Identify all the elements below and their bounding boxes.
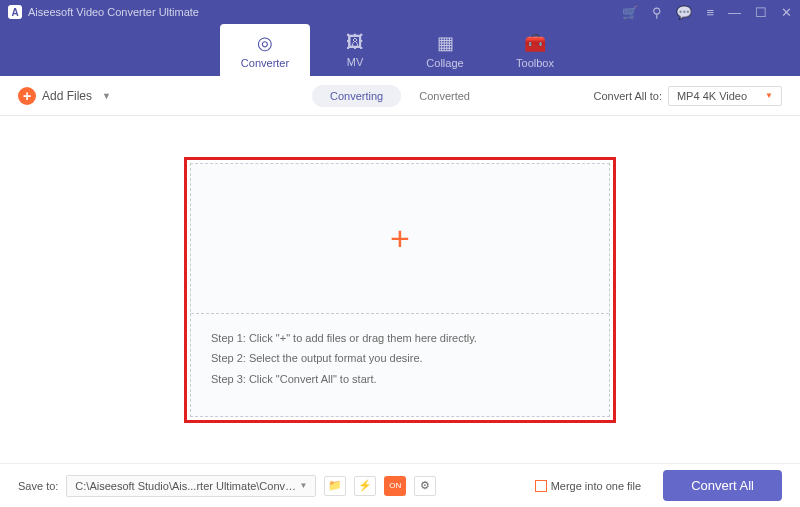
main-stage: + Step 1: Click "+" to add files or drag… bbox=[0, 116, 800, 463]
step-2: Step 2: Select the output format you des… bbox=[211, 348, 589, 369]
tab-label: Collage bbox=[426, 57, 463, 69]
cart-icon[interactable]: 🛒 bbox=[622, 5, 638, 20]
checkbox-icon bbox=[535, 480, 547, 492]
tab-toolbox[interactable]: 🧰 Toolbox bbox=[490, 24, 580, 76]
maximize-icon[interactable]: ☐ bbox=[755, 5, 767, 20]
chevron-down-icon: ▼ bbox=[102, 91, 111, 101]
convert-all-to: Convert All to: MP4 4K Video ▼ bbox=[593, 86, 782, 106]
tab-label: MV bbox=[347, 56, 364, 68]
save-path-value: C:\Aiseesoft Studio\Ais...rter Ultimate\… bbox=[75, 480, 299, 492]
convert-all-label: Convert All to: bbox=[593, 90, 661, 102]
folder-icon: 📁 bbox=[328, 479, 342, 492]
lightning-icon: ⚡ bbox=[358, 479, 372, 492]
hw-accel-button[interactable]: ⚡ bbox=[354, 476, 376, 496]
save-to-label: Save to: bbox=[18, 480, 58, 492]
subtab-converting[interactable]: Converting bbox=[312, 85, 401, 107]
dropzone-add-area[interactable]: + bbox=[191, 164, 609, 314]
chevron-down-icon: ▼ bbox=[299, 481, 307, 490]
sub-tabs: Converting Converted bbox=[312, 85, 488, 107]
format-value: MP4 4K Video bbox=[677, 90, 747, 102]
tab-collage[interactable]: ▦ Collage bbox=[400, 24, 490, 76]
gpu-icon: ON bbox=[389, 481, 401, 490]
titlebar-actions: 🛒 ⚲ 💬 ≡ — ☐ ✕ bbox=[622, 5, 792, 20]
chevron-down-icon: ▼ bbox=[765, 91, 773, 100]
title-bar: A Aiseesoft Video Converter Ultimate 🛒 ⚲… bbox=[0, 0, 800, 24]
merge-checkbox[interactable]: Merge into one file bbox=[535, 480, 642, 492]
collage-icon: ▦ bbox=[437, 32, 454, 54]
gpu-toggle-button[interactable]: ON bbox=[384, 476, 406, 496]
step-3: Step 3: Click "Convert All" to start. bbox=[211, 369, 589, 390]
plus-icon: + bbox=[18, 87, 36, 105]
dropzone-highlight: + Step 1: Click "+" to add files or drag… bbox=[184, 157, 616, 423]
tab-mv[interactable]: 🖼 MV bbox=[310, 24, 400, 76]
step-1: Step 1: Click "+" to add files or drag t… bbox=[211, 328, 589, 349]
gear-icon: ⚙ bbox=[420, 479, 430, 492]
mv-icon: 🖼 bbox=[346, 32, 364, 53]
merge-label: Merge into one file bbox=[551, 480, 642, 492]
tab-label: Toolbox bbox=[516, 57, 554, 69]
big-plus-icon: + bbox=[390, 219, 410, 258]
tab-label: Converter bbox=[241, 57, 289, 69]
chat-icon[interactable]: 💬 bbox=[676, 5, 692, 20]
tab-converter[interactable]: ◎ Converter bbox=[220, 24, 310, 76]
app-logo-icon: A bbox=[8, 5, 22, 19]
instruction-steps: Step 1: Click "+" to add files or drag t… bbox=[191, 314, 609, 405]
toolbox-icon: 🧰 bbox=[524, 32, 546, 54]
add-files-label: Add Files bbox=[42, 89, 92, 103]
main-tabs: ◎ Converter 🖼 MV ▦ Collage 🧰 Toolbox bbox=[0, 24, 800, 76]
menu-icon[interactable]: ≡ bbox=[706, 5, 714, 20]
bottom-bar: Save to: C:\Aiseesoft Studio\Ais...rter … bbox=[0, 463, 800, 507]
convert-all-button[interactable]: Convert All bbox=[663, 470, 782, 501]
save-path-select[interactable]: C:\Aiseesoft Studio\Ais...rter Ultimate\… bbox=[66, 475, 316, 497]
output-format-select[interactable]: MP4 4K Video ▼ bbox=[668, 86, 782, 106]
key-icon[interactable]: ⚲ bbox=[652, 5, 662, 20]
app-title: Aiseesoft Video Converter Ultimate bbox=[28, 6, 199, 18]
subtab-converted[interactable]: Converted bbox=[401, 85, 488, 107]
settings-button[interactable]: ⚙ bbox=[414, 476, 436, 496]
open-folder-button[interactable]: 📁 bbox=[324, 476, 346, 496]
close-icon[interactable]: ✕ bbox=[781, 5, 792, 20]
toolbar: + Add Files ▼ Converting Converted Conve… bbox=[0, 76, 800, 116]
dropzone[interactable]: + Step 1: Click "+" to add files or drag… bbox=[190, 163, 610, 417]
minimize-icon[interactable]: — bbox=[728, 5, 741, 20]
converter-icon: ◎ bbox=[257, 32, 273, 54]
add-files-button[interactable]: + Add Files ▼ bbox=[18, 87, 111, 105]
